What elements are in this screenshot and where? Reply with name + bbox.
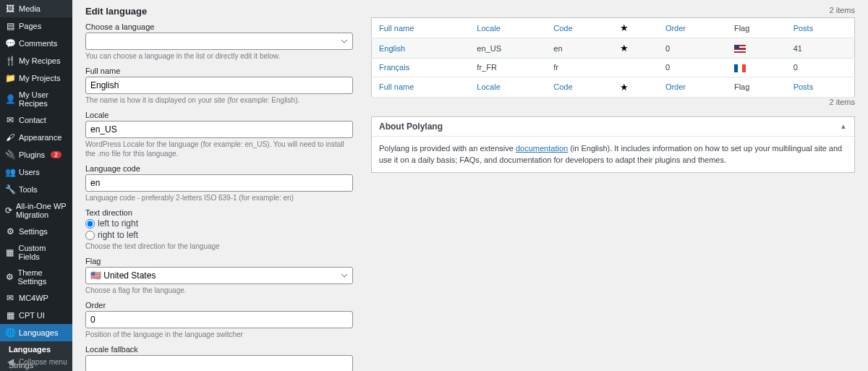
locale-fallback-label: Locale fallback — [85, 345, 353, 354]
col-order-foot[interactable]: Order — [665, 82, 686, 91]
sidebar-icon: ▦ — [5, 310, 15, 320]
choose-language-label: Choose a language — [85, 22, 353, 31]
sidebar-item-label: Media — [19, 4, 41, 13]
sidebar-icon: ▦ — [5, 247, 14, 257]
main-content: Edit language Choose a language You can … — [72, 0, 868, 371]
table-row: Françaisfr_FRfr00 — [372, 59, 855, 77]
col-code-foot[interactable]: Code — [553, 82, 572, 91]
order-label: Order — [85, 301, 353, 310]
sidebar-item-label: Theme Settings — [17, 268, 67, 286]
sidebar-item-label: Appearance — [19, 133, 61, 142]
locale-fallback-input[interactable] — [85, 355, 353, 371]
sidebar-item-label: Languages — [19, 328, 58, 337]
sidebar-item-label: All-in-One WP Migration — [16, 202, 67, 219]
sidebar-item-pages[interactable]: ▤Pages — [0, 17, 72, 35]
sidebar-icon: 🖌 — [5, 132, 15, 142]
sidebar-item-label: My Recipes — [19, 56, 60, 65]
sidebar-icon: 🌐 — [5, 328, 15, 338]
col-flag-foot: Flag — [727, 77, 786, 97]
locale-input[interactable] — [85, 121, 353, 138]
sidebar-item-cpt-ui[interactable]: ▦CPT UI — [0, 307, 72, 324]
sidebar-item-label: My Projects — [19, 74, 60, 82]
lang-locale: en_US — [469, 38, 546, 59]
sidebar-icon: 📁 — [5, 73, 15, 83]
sidebar-item-appearance[interactable]: 🖌Appearance — [0, 129, 72, 146]
sidebar-icon: 👤 — [5, 94, 15, 104]
ltr-label: left to right — [98, 218, 138, 229]
col-locale[interactable]: Locale — [477, 24, 500, 33]
sidebar-item-label: Contact — [19, 116, 46, 124]
col-default-icon: ★ — [620, 22, 629, 33]
documentation-link[interactable]: documentation — [516, 144, 568, 153]
order-input[interactable] — [85, 311, 353, 328]
sidebar-item-label: Settings — [19, 227, 48, 236]
language-code-input[interactable] — [85, 174, 353, 192]
lang-name-link[interactable]: English — [379, 44, 405, 53]
admin-sidebar: 🖼Media▤Pages💬Comments🍴My Recipes📁My Proj… — [0, 0, 72, 371]
sidebar-item-media[interactable]: 🖼Media — [0, 0, 72, 17]
sidebar-item-label: MC4WP — [19, 294, 48, 302]
lang-code: en — [546, 38, 612, 59]
sidebar-icon: ✉ — [5, 115, 15, 125]
toggle-icon[interactable]: ▲ — [840, 122, 847, 130]
language-code-label: Language code — [85, 164, 353, 173]
full-name-input[interactable] — [85, 77, 353, 94]
col-posts[interactable]: Posts — [793, 24, 814, 33]
sidebar-icon: 👥 — [5, 167, 15, 177]
lang-name-link[interactable]: Français — [379, 63, 409, 72]
choose-language-select[interactable] — [85, 33, 353, 50]
language-code-help: Language code - preferably 2-letters ISO… — [85, 193, 353, 202]
sidebar-icon: 🍴 — [5, 56, 15, 66]
sidebar-icon: 💬 — [5, 38, 15, 48]
sidebar-item-custom-fields[interactable]: ▦Custom Fields — [0, 240, 72, 265]
sidebar-item-my-user-recipes[interactable]: 👤My User Recipes — [0, 87, 72, 111]
sidebar-item-tools[interactable]: 🔧Tools — [0, 181, 72, 198]
flag-help: Choose a flag for the language. — [85, 286, 353, 295]
col-full-name[interactable]: Full name — [379, 24, 414, 33]
about-polylang-box: About Polylang ▲ Polylang is provided wi… — [371, 116, 855, 173]
sidebar-item-theme-settings[interactable]: ⚙Theme Settings — [0, 265, 72, 289]
col-full-name-foot[interactable]: Full name — [379, 82, 414, 91]
default-star: ★ — [620, 43, 629, 54]
collapse-icon: ◀ — [5, 357, 15, 367]
locale-label: Locale — [85, 111, 353, 119]
sidebar-item-label: Comments — [19, 39, 57, 48]
sidebar-item-contact[interactable]: ✉Contact — [0, 111, 72, 129]
sidebar-item-users[interactable]: 👥Users — [0, 163, 72, 181]
about-text-pre: Polylang is provided with an extensive — [379, 144, 516, 153]
collapse-menu-button[interactable]: ◀ Collapse menu — [0, 352, 72, 371]
sidebar-item-mc4wp[interactable]: ✉MC4WP — [0, 289, 72, 307]
sidebar-icon: ▤ — [5, 21, 15, 31]
flag-select[interactable]: 🇺🇸 United States — [85, 267, 353, 284]
about-heading: About Polylang — [379, 121, 443, 132]
collapse-menu-label: Collapse menu — [19, 358, 67, 366]
col-locale-foot[interactable]: Locale — [477, 82, 500, 91]
lang-locale: fr_FR — [469, 59, 546, 77]
items-count-top: 2 items — [371, 6, 855, 14]
sidebar-item-settings[interactable]: ⚙Settings — [0, 223, 72, 240]
items-count-bottom: 2 items — [371, 98, 855, 106]
col-posts-foot[interactable]: Posts — [793, 82, 814, 91]
sidebar-icon: ⟳ — [5, 205, 12, 216]
sidebar-item-my-recipes[interactable]: 🍴My Recipes — [0, 52, 72, 69]
col-order[interactable]: Order — [665, 24, 686, 33]
sidebar-item-label: Tools — [19, 185, 38, 194]
ltr-radio[interactable] — [85, 219, 95, 229]
locale-help: WordPress Locale for the language (for e… — [85, 140, 353, 158]
sidebar-item-label: Plugins — [19, 150, 45, 159]
sidebar-item-my-projects[interactable]: 📁My Projects — [0, 69, 72, 87]
col-code[interactable]: Code — [553, 24, 572, 33]
rtl-label: right to left — [98, 230, 138, 240]
rtl-radio[interactable] — [85, 231, 95, 240]
sidebar-item-all-in-one-wp-migration[interactable]: ⟳All-in-One WP Migration — [0, 198, 72, 223]
flag-icon-us — [734, 45, 746, 53]
sidebar-item-languages[interactable]: 🌐Languages — [0, 324, 72, 341]
text-direction-help: Choose the text direction for the langua… — [85, 242, 353, 251]
sidebar-icon: ✉ — [5, 293, 15, 303]
flag-label: Flag — [85, 257, 353, 265]
sidebar-item-comments[interactable]: 💬Comments — [0, 35, 72, 52]
sidebar-item-label: Pages — [19, 22, 41, 30]
sidebar-icon: ⚙ — [5, 272, 14, 282]
sidebar-item-plugins[interactable]: 🔌Plugins2 — [0, 146, 72, 163]
sidebar-icon: 🖼 — [5, 4, 15, 14]
